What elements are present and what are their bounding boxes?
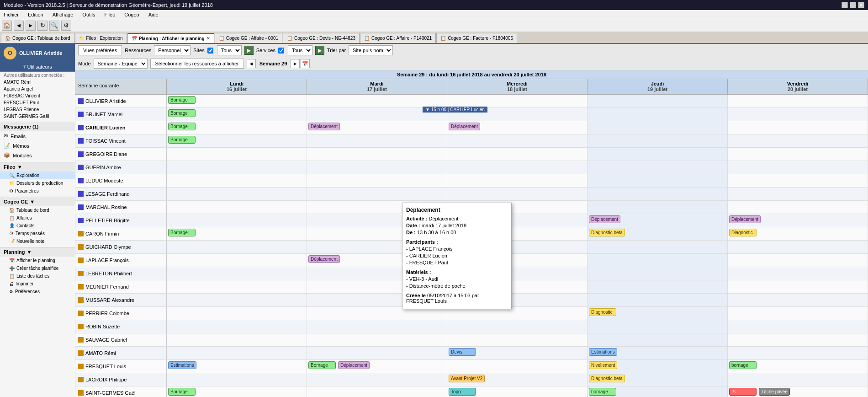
day-cell[interactable] [167,241,307,253]
home-icon[interactable]: 🏠 [2,21,12,31]
play-button[interactable]: ▶ [244,46,254,55]
day-cell[interactable] [307,148,447,161]
day-cell[interactable]: Déplacement [307,121,447,134]
day-cell[interactable] [307,320,447,333]
event-block[interactable]: Bornage [168,123,196,130]
day-cell[interactable]: Diagnostic beta [587,373,728,386]
menu-fichier[interactable]: Fichier [2,11,21,18]
tab-affaire-p140021[interactable]: 📋 Cogeo GE : Affaire - P140021 [360,33,436,43]
day-cell[interactable] [167,333,307,346]
event-block[interactable]: Tâche privée [759,388,790,396]
day-cell[interactable]: bornage [728,360,868,373]
sidebar-parametres[interactable]: ⚙ Paramètres [0,187,75,195]
event-block[interactable]: Bornage [308,361,336,369]
day-cell[interactable] [167,347,307,359]
day-cell[interactable] [307,134,447,147]
day-cell[interactable] [447,148,587,161]
day-cell[interactable] [167,294,307,306]
day-cell[interactable]: Diagnostic beta [587,227,728,240]
day-cell[interactable] [587,294,728,306]
select-ressources-button[interactable]: Sélectionner les ressources à afficher [150,59,244,69]
user-amato[interactable]: AMATO Rémi [0,79,75,86]
user-foissac[interactable]: FOISSAC Vincent [0,92,75,99]
event-block[interactable]: Bornage [168,388,196,396]
sidebar-modules[interactable]: 📦 Modules [0,150,75,160]
day-cell[interactable] [587,201,728,214]
services-checkbox[interactable] [278,48,284,54]
day-cell[interactable] [587,174,728,187]
sidebar-emails[interactable]: ✉ Emails [0,131,75,141]
event-block[interactable]: Déplacement [308,255,340,263]
day-cell[interactable] [728,108,868,121]
event-block[interactable]: Diagnostic beta [589,229,625,236]
day-cell[interactable] [167,174,307,187]
day-cell[interactable] [587,148,728,161]
day-cell[interactable] [728,188,868,200]
day-cell[interactable] [587,134,728,147]
event-block[interactable]: Bornage [168,136,196,144]
day-cell[interactable] [728,267,868,280]
event-block[interactable]: IS [729,388,757,396]
day-cell[interactable] [167,307,307,320]
day-cell[interactable] [728,121,868,134]
day-cell[interactable] [728,333,868,346]
event-block[interactable]: Bornage [168,109,196,117]
day-cell[interactable] [728,307,868,320]
day-cell[interactable] [587,188,728,200]
day-cell[interactable] [167,148,307,161]
day-cell[interactable] [167,267,307,280]
day-cell[interactable]: Devis [447,347,587,359]
event-block[interactable]: Bornage [168,229,196,236]
day-cell[interactable]: Topo [447,386,587,397]
day-cell[interactable] [447,134,587,147]
day-cell[interactable]: Bornage [167,95,307,107]
day-cell[interactable] [587,95,728,107]
sidebar-liste-taches[interactable]: 📋 Liste des tâches [0,272,75,280]
event-block[interactable]: bornage [729,361,757,369]
trier-par-select[interactable]: Site puis nom [349,45,393,55]
event-block[interactable]: Topo [449,388,476,396]
menu-outils[interactable]: Outils [80,11,97,18]
day-cell[interactable] [447,188,587,200]
day-cell[interactable] [587,254,728,267]
menu-edition[interactable]: Edition [26,11,45,18]
event-block[interactable]: Déplacement [308,123,340,130]
day-cell[interactable]: bornage [587,386,728,397]
day-cell[interactable] [728,241,868,253]
day-cell[interactable]: Déplacement [728,214,868,227]
day-cell[interactable] [728,373,868,386]
services-select[interactable]: Tous [288,45,312,55]
play-button2[interactable]: ▶ [315,46,324,55]
tab-planning[interactable]: 📅 Planning : Afficher le planning ✕ [127,33,214,43]
day-cell[interactable] [587,121,728,134]
day-cell[interactable] [167,320,307,333]
day-cell[interactable] [307,174,447,187]
event-block[interactable]: Bornage [168,96,196,104]
section-cogeo-header[interactable]: Cogeo GE ▼ [0,197,75,206]
day-cell[interactable]: Bornage [167,134,307,147]
day-cell[interactable] [728,254,868,267]
day-cell[interactable]: Bornage [167,386,307,397]
tab-devis[interactable]: 📋 Cogeo GE : Devis - NE-44823 [283,33,360,43]
event-block[interactable]: Déplacement [338,361,370,369]
day-cell[interactable]: IS Tâche privée [728,386,868,397]
menu-cogeo[interactable]: Cogeo [122,11,141,18]
event-block[interactable]: Estimations [168,361,196,369]
day-cell[interactable] [307,386,447,397]
event-block[interactable]: Diagnostic [729,229,757,236]
day-cell[interactable] [728,201,868,214]
refresh-icon[interactable]: ↻ [37,21,48,31]
tab-cogeo-tableau[interactable]: 🏠 Cogeo GE : Tableau de bord [1,33,74,43]
sidebar-dossiers[interactable]: 📁 Dossiers de production [0,179,75,187]
sidebar-creer-tache[interactable]: ➕ Créer tâche planifiée [0,264,75,272]
day-cell[interactable] [307,347,447,359]
sidebar-tableau-bord[interactable]: 🏠 Tableau de bord [0,206,75,214]
planning-grid[interactable]: Semaine courante Lundi 16 juillet Mardi … [75,79,868,397]
maximize-button[interactable]: □ [850,2,856,8]
day-cell[interactable]: Avant Projet V2 [447,373,587,386]
day-cell[interactable] [587,241,728,253]
search-icon[interactable]: 🔍 [49,21,59,31]
day-cell[interactable] [728,134,868,147]
day-cell[interactable] [587,161,728,174]
sidebar-memos[interactable]: 📝 Mémos [0,141,75,150]
